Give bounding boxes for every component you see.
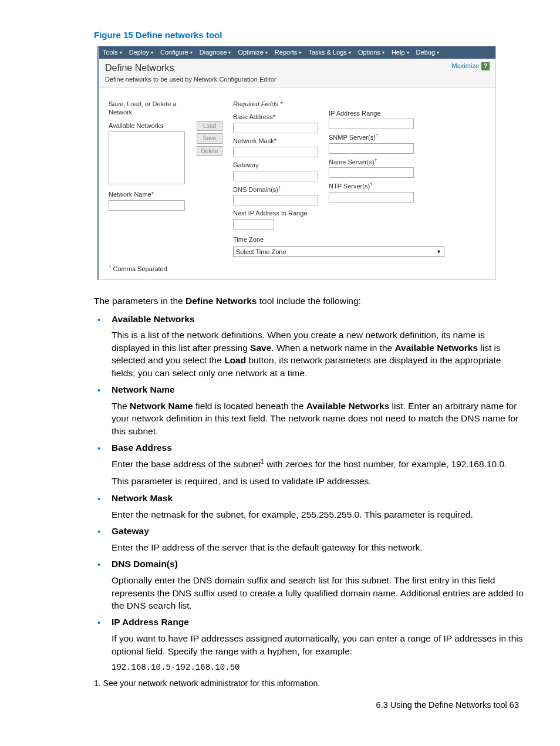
param-body-available-networks: This is a list of the network definition…: [112, 329, 525, 379]
label-save-load-delete: Save, Load, or Delete a Network: [109, 100, 197, 117]
param-title-available-networks: Available Networks: [112, 313, 525, 326]
param-body-dns-domains: Optionally enter the DNS domain suffix a…: [112, 574, 525, 612]
label-available-networks: Available Networks: [109, 121, 197, 130]
gateway-input[interactable]: [233, 171, 318, 181]
parameters-list: Available Networks This is a list of the…: [94, 313, 525, 674]
menu-diagnose[interactable]: Diagnose ▾: [200, 48, 231, 57]
page-footer: 6.3 Using the Define Networks tool 63: [35, 700, 525, 711]
label-ntp: NTP Server(s)†: [329, 181, 414, 191]
tool-title: Define Networks: [105, 62, 276, 75]
network-mask-input[interactable]: [233, 147, 318, 157]
label-dns-domains: DNS Domain(s)†: [233, 185, 318, 194]
help-icon[interactable]: ?: [481, 62, 490, 70]
save-button[interactable]: Save: [197, 133, 222, 144]
menu-configure[interactable]: Configure ▾: [160, 48, 193, 57]
delete-button[interactable]: Delete: [197, 146, 222, 157]
chevron-down-icon: ▼: [436, 248, 441, 255]
menu-optimize[interactable]: Optimize ▾: [238, 48, 267, 57]
load-button[interactable]: Load: [197, 121, 222, 131]
label-network-mask: Network Mask*: [233, 137, 318, 146]
label-base-address: Base Address*: [233, 113, 318, 121]
base-address-input[interactable]: [233, 123, 318, 133]
param-title-ip-range: IP Address Range: [112, 616, 525, 629]
intro-text: The parameters in the Define Networks to…: [94, 295, 525, 308]
snmp-input[interactable]: [329, 143, 414, 154]
param-title-base-address: Base Address: [112, 442, 525, 454]
ip-range-input[interactable]: [329, 119, 414, 129]
label-gateway: Gateway: [233, 161, 318, 170]
ip-range-example: 192.168.10.5-192.168.10.50: [112, 662, 525, 673]
menu-tasks-logs[interactable]: Tasks & Logs ▾: [308, 48, 350, 57]
param-body-ip-range: If you want to have IP addresses assigne…: [112, 632, 525, 657]
next-ip-input[interactable]: [233, 219, 274, 229]
dns-domains-input[interactable]: [233, 195, 318, 205]
figure-title: Figure 15 Define networks tool: [94, 29, 525, 41]
menu-help[interactable]: Help ▾: [392, 48, 409, 57]
label-required-fields: Required Fields *: [233, 100, 318, 109]
available-networks-listbox[interactable]: [109, 131, 185, 184]
label-ip-range: IP Address Range: [329, 109, 414, 118]
maximize-link[interactable]: Maximize ?: [452, 62, 490, 70]
param-body-gateway: Enter the IP address of the server that …: [112, 541, 525, 553]
screenshot-panel: Tools ▾ Deploy ▾ Configure ▾ Diagnose ▾ …: [97, 46, 496, 279]
param-body-network-name: The Network Name field is located beneat…: [112, 400, 525, 437]
menubar: Tools ▾ Deploy ▾ Configure ▾ Diagnose ▾ …: [99, 46, 495, 59]
menu-tools[interactable]: Tools ▾: [103, 48, 122, 57]
param-body-base-address-1: Enter the base address of the subnet1 wi…: [112, 458, 525, 471]
time-zone-select[interactable]: Select Time Zone ▼: [233, 247, 444, 257]
label-time-zone: Time Zone: [233, 235, 318, 244]
doc-footnote: 1. See your network network administrato…: [94, 678, 525, 689]
form-footnote: † Comma Separated: [109, 264, 488, 274]
menu-deploy[interactable]: Deploy ▾: [129, 48, 153, 57]
name-servers-input[interactable]: [329, 167, 414, 178]
tool-header: Define Networks Define networks to be us…: [99, 59, 495, 87]
label-snmp: SNMP Server(s)†: [329, 133, 414, 142]
tool-subtitle: Define networks to be used by Network Co…: [105, 75, 276, 84]
label-name-servers: Name Server(s)†: [329, 157, 414, 167]
param-body-base-address-2: This parameter is required, and is used …: [112, 475, 525, 487]
menu-options[interactable]: Options ▾: [358, 48, 384, 57]
label-next-ip: Next IP Address In Range: [233, 209, 318, 218]
label-network-name: Network Name*: [109, 190, 197, 199]
param-body-network-mask: Enter the netmask for the subnet, for ex…: [112, 508, 525, 521]
menu-reports[interactable]: Reports ▾: [275, 48, 302, 57]
param-title-gateway: Gateway: [112, 525, 525, 538]
ntp-input[interactable]: [329, 192, 414, 202]
network-name-input[interactable]: [109, 200, 185, 211]
param-title-network-name: Network Name: [112, 384, 525, 396]
param-title-network-mask: Network Mask: [112, 492, 525, 505]
param-title-dns-domains: DNS Domain(s): [112, 558, 525, 571]
menu-debug[interactable]: Debug ▾: [416, 48, 439, 57]
